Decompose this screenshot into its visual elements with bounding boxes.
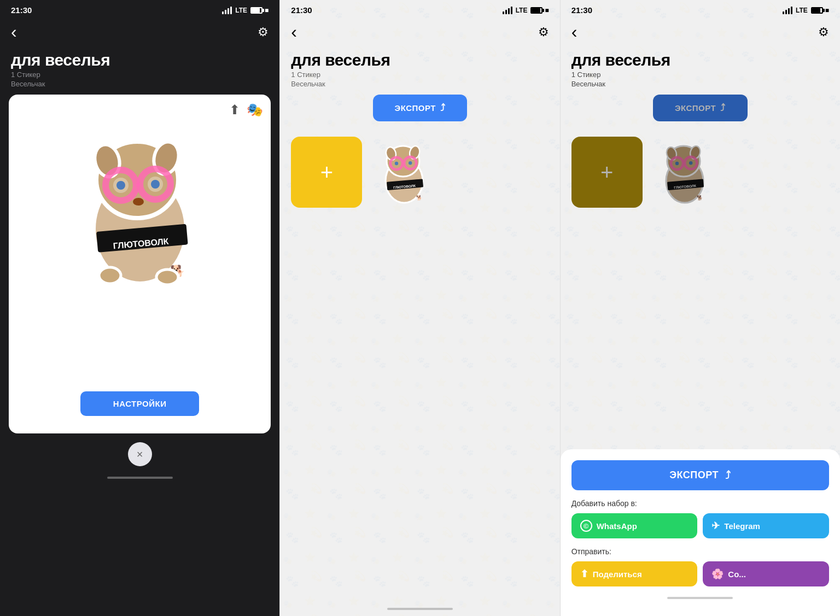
screen-content-2: 21:30 LTE ■ ‹ ⚙ для веселья xyxy=(280,0,559,616)
signal-2 xyxy=(503,7,512,14)
photos-icon: 🌸 xyxy=(711,568,724,580)
export-button-2[interactable]: ЭКСПОРТ ⤴ xyxy=(373,95,468,121)
author-1: Весельчак xyxy=(11,80,269,88)
home-indicator-2 xyxy=(387,608,453,610)
export-section-2: ЭКСПОРТ ⤴ xyxy=(280,95,559,121)
settings-button-card-1[interactable]: НАСТРОЙКИ xyxy=(80,391,200,416)
upload-icon[interactable]: ⬆ xyxy=(229,102,240,118)
signal-1 xyxy=(222,7,232,14)
time-2: 21:30 xyxy=(291,5,312,15)
back-button-2[interactable]: ‹ xyxy=(291,22,297,42)
home-indicator-1 xyxy=(107,477,173,479)
export-button-modal[interactable]: ЭКСПОРТ ⤴ xyxy=(571,460,829,490)
bottom-bar-2 xyxy=(280,597,559,616)
svg-point-11 xyxy=(133,198,144,206)
battery-1 xyxy=(250,7,262,14)
nav-bar-3: ‹ ⚙ xyxy=(561,17,840,46)
add-to-label: Добавить набор в: xyxy=(571,499,829,508)
sticker-card-1: ⬆ 🎭 xyxy=(9,95,271,433)
back-button-1[interactable]: ‹ xyxy=(11,22,17,42)
share-icon-modal: ⤴ xyxy=(725,469,731,482)
sticker-thumb-2[interactable]: ГЛЮТОВОЛК 🐕 xyxy=(369,137,440,208)
whatsapp-button[interactable]: © WhatsApp xyxy=(571,513,698,538)
mask-icon[interactable]: 🎭 xyxy=(247,102,263,118)
home-indicator-3 xyxy=(667,597,733,599)
svg-point-16 xyxy=(156,269,178,285)
sticker-preview-1: ГЛЮТОВОЛК 🐕 xyxy=(69,120,211,295)
screen-content-3: 21:30 LTE ■ ‹ ⚙ xyxy=(561,0,840,216)
back-button-3[interactable]: ‹ xyxy=(571,22,578,42)
share-icon-2: ⤴ xyxy=(440,102,446,114)
svg-point-45 xyxy=(689,161,692,165)
svg-point-10 xyxy=(151,180,160,189)
svg-text:🐕: 🐕 xyxy=(697,195,703,201)
telegram-icon: ✈ xyxy=(711,520,720,532)
title-section-2: для веселья 1 Стикер Весельчак xyxy=(280,46,559,95)
send-buttons-row: ⬆ Поделиться 🌸 Co... xyxy=(571,561,829,586)
export-button-3-top[interactable]: ЭКСПОРТ ⤴ xyxy=(653,95,748,121)
nav-bar-2: ‹ ⚙ xyxy=(280,17,559,46)
whatsapp-icon: © xyxy=(580,520,592,532)
title-section-3: для веселья 1 Стикер Весельчак xyxy=(561,46,840,95)
screen-1: 21:30 LTE ■ ‹ ⚙ для веселья 1 Стикер Вес… xyxy=(0,0,279,616)
screen-3: 🐾 ⭐ 🎭 💫 21:30 xyxy=(561,0,840,616)
title-section-1: для веселья 1 Стикер Весельчак xyxy=(0,46,279,95)
lte-3: LTE xyxy=(796,7,808,14)
share-up-icon: ⬆ xyxy=(580,568,588,580)
app-buttons-row: © WhatsApp ✈ Telegram xyxy=(571,513,829,538)
settings-button-1[interactable]: ⚙ xyxy=(258,25,269,39)
export-section-3-top: ЭКСПОРТ ⤴ xyxy=(561,95,840,121)
author-2: Весельчак xyxy=(291,80,549,88)
add-sticker-button-3[interactable]: + xyxy=(571,137,643,208)
author-3: Весельчак xyxy=(571,80,829,88)
lte-1: LTE xyxy=(235,7,247,14)
share-button-modal[interactable]: ⬆ Поделиться xyxy=(571,561,698,586)
add-sticker-button-2[interactable]: + xyxy=(291,137,362,208)
svg-point-44 xyxy=(675,162,678,165)
svg-point-29 xyxy=(409,161,412,165)
sticker-count-3: 1 Стикер xyxy=(571,71,829,79)
settings-button-2[interactable]: ⚙ xyxy=(538,25,549,39)
photos-button-modal[interactable]: 🌸 Co... xyxy=(703,561,829,586)
sticker-count-2: 1 Стикер xyxy=(291,71,549,79)
time-1: 21:30 xyxy=(11,5,32,15)
battery-square-1: ■ xyxy=(265,7,269,14)
lte-2: LTE xyxy=(516,7,528,14)
send-label: Отправить: xyxy=(571,547,829,556)
battery-square-2: ■ xyxy=(545,7,549,14)
settings-button-3[interactable]: ⚙ xyxy=(818,25,829,39)
page-title-1: для веселья xyxy=(11,51,269,69)
card-actions-1: ⬆ 🎭 xyxy=(229,102,263,118)
sticker-thumb-svg-2: ГЛЮТОВОЛК 🐕 xyxy=(371,139,437,205)
battery-2 xyxy=(530,7,542,14)
status-bar-3: 21:30 LTE ■ xyxy=(561,0,840,17)
signal-3 xyxy=(783,7,792,14)
status-bar-2: 21:30 LTE ■ xyxy=(280,0,559,17)
share-modal: ЭКСПОРТ ⤴ Добавить набор в: © WhatsApp ✈… xyxy=(561,449,840,616)
nav-bar-1: ‹ ⚙ xyxy=(0,17,279,46)
battery-square-3: ■ xyxy=(825,7,829,14)
sticker-count-1: 1 Стикер xyxy=(11,71,269,79)
page-title-2: для веселья xyxy=(291,51,549,69)
close-button-1[interactable]: × xyxy=(128,442,152,466)
status-icons-3: LTE ■ xyxy=(783,7,829,14)
bottom-bar-modal xyxy=(571,586,829,605)
telegram-button[interactable]: ✈ Telegram xyxy=(703,513,829,538)
battery-3 xyxy=(811,7,823,14)
svg-point-28 xyxy=(395,162,398,165)
status-icons-2: LTE ■ xyxy=(503,7,549,14)
screen-3-bg: 21:30 LTE ■ ‹ ⚙ xyxy=(561,0,840,216)
svg-point-9 xyxy=(116,181,125,190)
share-icon-3-top: ⤴ xyxy=(720,102,726,114)
dog-sticker-svg: ГЛЮТОВОЛК 🐕 xyxy=(74,125,206,289)
svg-text:🐕: 🐕 xyxy=(416,195,422,201)
sticker-thumb-3[interactable]: ГЛЮТОВОЛК 🐕 xyxy=(649,137,720,208)
sticker-grid-2: + ГЛЮТОВОЛК 🐕 xyxy=(280,128,559,216)
screen-2: 🐾 ⭐ 🎭 💫 21:30 LTE xyxy=(279,0,560,616)
time-3: 21:30 xyxy=(571,5,592,15)
page-title-3: для веселья xyxy=(571,51,829,69)
sticker-grid-3: + ГЛЮТОВОЛК 🐕 xyxy=(561,128,840,216)
status-bar-1: 21:30 LTE ■ xyxy=(0,0,279,17)
svg-point-15 xyxy=(99,267,121,284)
sticker-thumb-svg-3: ГЛЮТОВОЛК 🐕 xyxy=(652,139,718,205)
